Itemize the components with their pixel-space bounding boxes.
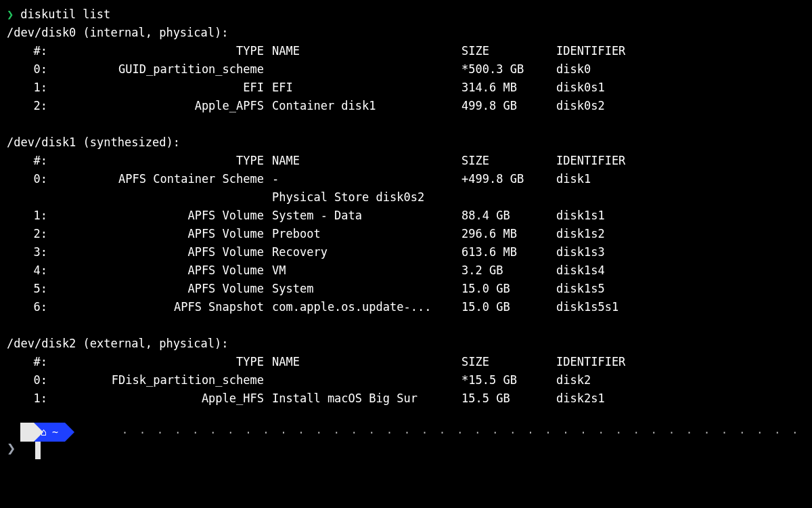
cell-index: 1: [7,207,47,225]
disk-header: /dev/disk1 (synthesized): [7,133,805,152]
table-row: 5:APFS VolumeSystem15.0 GBdisk1s5 [7,280,805,298]
apple-logo-segment [20,423,34,442]
table-row: 2:Apple_APFSContainer disk1499.8 GBdisk0… [7,97,805,115]
cell-size: 296.6 MB [461,225,556,243]
cell-type: APFS Volume [47,207,272,225]
cell-index: 1: [7,79,47,97]
cell-size: 15.5 GB [461,389,556,408]
cell-size: 15.0 GB [461,280,556,298]
prompt-cursor[interactable]: ❯ [7,439,16,457]
cell-identifier: disk1s4 [556,261,692,280]
table-row: 6:APFS Snapshotcom.apple.os.update-...15… [7,298,805,316]
cell-index: 6: [7,298,47,316]
disk-header: /dev/disk0 (internal, physical): [7,24,805,42]
cell-size: 499.8 GB [461,97,556,115]
cell-size: 613.6 MB [461,243,556,261]
table-row: 4:APFS VolumeVM3.2 GBdisk1s4 [7,261,805,280]
segment-separator-icon [65,423,74,442]
table-row: 0:FDisk_partition_scheme*15.5 GBdisk2 [7,371,805,389]
table-row: Physical Store disk0s2 [7,188,805,207]
cell-name: VM [272,261,461,280]
table-row: 1:APFS VolumeSystem - Data88.4 GBdisk1s1 [7,207,805,225]
shell-prompt[interactable]: · · · · · · · · · · · · · · · · · · · · … [7,423,805,457]
cell-type: APFS Volume [47,280,272,298]
cell-identifier: disk2 [556,371,692,389]
cell-size: 3.2 GB [461,261,556,280]
column-headers: #:TYPENAMESIZEIDENTIFIER [7,42,805,60]
col-identifier-header: IDENTIFIER [556,353,692,371]
cell-name: EFI [272,79,461,97]
command-line: ❯ diskutil list [7,5,805,24]
cell-size: 314.6 MB [461,79,556,97]
cell-type: GUID_partition_scheme [47,60,272,79]
cell-identifier: disk1s3 [556,243,692,261]
cell-type: Apple_HFS [47,389,272,408]
cell-type: Apple_APFS [47,97,272,115]
col-size-header: SIZE [461,152,556,170]
command-output: /dev/disk0 (internal, physical):#:TYPENA… [7,24,805,408]
cell-name: Preboot [272,225,461,243]
entered-command: diskutil list [20,5,110,24]
powerline-segments: ⌂ ~ [20,423,74,442]
cell-index: 2: [7,97,47,115]
cell-index: 4: [7,261,47,280]
cell-index: 0: [7,170,47,188]
cwd-tilde: ~ [52,423,58,442]
cell-size: 88.4 GB [461,207,556,225]
terminal-window[interactable]: ❯ diskutil list /dev/disk0 (internal, ph… [0,0,812,508]
cell-identifier: disk1s1 [556,207,692,225]
column-headers: #:TYPENAMESIZEIDENTIFIER [7,152,805,170]
col-size-header: SIZE [461,353,556,371]
cell-size: *500.3 GB [461,60,556,79]
cell-type: FDisk_partition_scheme [47,371,272,389]
table-row: 1:EFIEFI314.6 MBdisk0s1 [7,79,805,97]
cell-type: APFS Volume [47,243,272,261]
cell-index: 2: [7,225,47,243]
cell-name: Physical Store disk0s2 [272,188,461,207]
prompt-symbol: ❯ [7,5,14,24]
column-headers: #:TYPENAMESIZEIDENTIFIER [7,353,805,371]
col-type-header: TYPE [47,152,272,170]
cell-index: 1: [7,389,47,408]
col-index-header: #: [7,42,47,60]
cell-name: System - Data [272,207,461,225]
cell-name: - [272,170,461,188]
col-name-header: NAME [272,42,461,60]
cell-name: Container disk1 [272,97,461,115]
cell-name: System [272,280,461,298]
cell-type: APFS Container Scheme [47,170,272,188]
prompt-connector [35,442,41,459]
col-identifier-header: IDENTIFIER [556,42,692,60]
cell-type: EFI [47,79,272,97]
cell-index: 0: [7,371,47,389]
cell-identifier: disk1s5 [556,280,692,298]
blank-line [7,316,805,335]
col-type-header: TYPE [47,353,272,371]
col-name-header: NAME [272,152,461,170]
cell-identifier: disk0s1 [556,79,692,97]
cell-type: APFS Volume [47,225,272,243]
cell-identifier: disk1 [556,170,692,188]
cell-identifier: disk0s2 [556,97,692,115]
cell-identifier: disk1s2 [556,225,692,243]
cell-type: APFS Volume [47,261,272,280]
cell-index: 5: [7,280,47,298]
cell-index: 0: [7,60,47,79]
table-row: 0:GUID_partition_scheme*500.3 GBdisk0 [7,60,805,79]
table-row: 0:APFS Container Scheme-+499.8 GBdisk1 [7,170,805,188]
segment-separator-icon [34,423,43,442]
col-index-header: #: [7,152,47,170]
col-type-header: TYPE [47,42,272,60]
cell-type: APFS Snapshot [47,298,272,316]
cell-size: 15.0 GB [461,298,556,316]
cell-identifier: disk0 [556,60,692,79]
cell-identifier: disk1s5s1 [556,298,692,316]
cell-index: 3: [7,243,47,261]
cell-size: +499.8 GB [461,170,556,188]
blank-line [7,115,805,133]
table-row: 2:APFS VolumePreboot296.6 MBdisk1s2 [7,225,805,243]
col-size-header: SIZE [461,42,556,60]
col-index-header: #: [7,353,47,371]
col-name-header: NAME [272,353,461,371]
table-row: 1:Apple_HFSInstall macOS Big Sur15.5 GBd… [7,389,805,408]
